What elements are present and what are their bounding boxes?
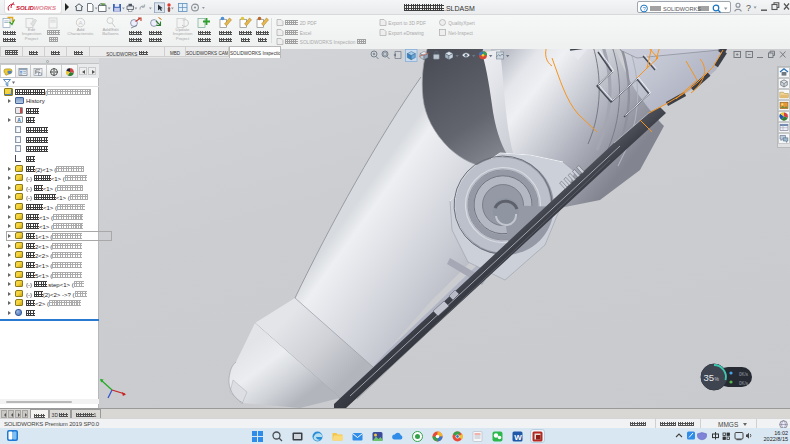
- svg-text:%: %: [715, 376, 720, 382]
- svg-text:?: ?: [643, 5, 646, 11]
- svg-text:A: A: [78, 20, 82, 26]
- svg-text:0K/s: 0K/s: [739, 381, 749, 386]
- svg-text:?: ?: [746, 3, 751, 13]
- svg-text:SOLIDWORKS: SOLIDWORKS: [663, 5, 701, 11]
- svg-text:SOLID: SOLID: [16, 5, 35, 11]
- svg-text:W: W: [514, 432, 522, 441]
- svg-text:0K/s: 0K/s: [739, 372, 749, 377]
- svg-text:35: 35: [704, 372, 715, 383]
- svg-text:WORKS: WORKS: [34, 5, 57, 11]
